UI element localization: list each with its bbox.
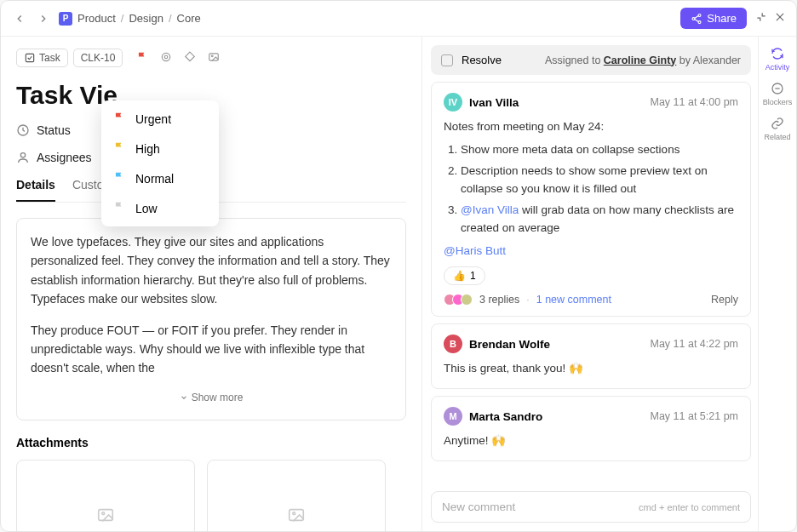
composer-hint: cmd + enter to comment — [639, 502, 740, 512]
sidebar-blockers[interactable]: Blockers — [763, 82, 793, 106]
mention[interactable]: @Ivan Villa — [461, 203, 519, 216]
mention[interactable]: @Haris Butt — [444, 243, 738, 260]
comment-author: Marta Sandro — [469, 410, 542, 423]
share-button[interactable]: Share — [680, 8, 747, 29]
svg-line-3 — [695, 15, 699, 18]
avatar: B — [444, 335, 462, 353]
svg-point-13 — [20, 153, 25, 157]
breadcrumb: P Product / Design / Core — [59, 12, 201, 26]
close-icon[interactable] — [774, 11, 786, 26]
tab-custom[interactable]: Custo — [72, 178, 104, 202]
reply-avatars — [444, 294, 473, 306]
avatar: IV — [444, 93, 462, 112]
resolve-bar: Resolve Assigned to Caroline Ginty by Al… — [431, 45, 751, 75]
nav-forward[interactable] — [35, 10, 52, 27]
priority-high[interactable]: High — [101, 134, 219, 163]
flag-icon — [113, 171, 125, 186]
priority-urgent[interactable]: Urgent — [101, 104, 219, 134]
image-icon[interactable] — [208, 51, 220, 66]
svg-point-17 — [293, 512, 295, 515]
svg-rect-7 — [26, 54, 33, 61]
attachment-placeholder[interactable] — [16, 460, 195, 531]
breadcrumb-space-icon: P — [59, 12, 72, 26]
breadcrumb-core[interactable]: Core — [177, 12, 201, 25]
priority-dropdown: Urgent High Normal Low — [101, 100, 219, 226]
svg-point-15 — [102, 512, 105, 515]
tab-details[interactable]: Details — [16, 178, 55, 202]
task-id-pill[interactable]: CLK-10 — [73, 49, 123, 67]
comment-author: Ivan Villa — [469, 96, 519, 109]
flag-icon — [113, 112, 125, 126]
attachment-placeholder[interactable] — [207, 460, 386, 531]
comment-time: May 11 at 4:00 pm — [650, 96, 738, 108]
comment: IV Ivan Villa May 11 at 4:00 pm Notes fr… — [431, 82, 751, 317]
nav-back[interactable] — [11, 10, 28, 27]
assigned-text: Assigned to Caroline Ginty by Alexander — [545, 54, 741, 66]
sidebar-activity[interactable]: Activity — [765, 47, 790, 72]
sprint-icon[interactable] — [160, 51, 172, 66]
comment: M Marta Sandro May 11 at 5:21 pm Anytime… — [431, 396, 751, 461]
reaction-button[interactable]: 👍 1 — [444, 266, 485, 285]
avatar: M — [444, 407, 462, 426]
tag-icon[interactable] — [184, 51, 196, 66]
flag-icon — [113, 141, 125, 156]
priority-low[interactable]: Low — [101, 193, 219, 223]
sidebar-related[interactable]: Related — [764, 117, 790, 141]
resolve-checkbox[interactable] — [441, 54, 453, 66]
priority-flag-icon[interactable] — [136, 51, 148, 66]
breadcrumb-design[interactable]: Design — [129, 12, 163, 25]
priority-normal[interactable]: Normal — [101, 163, 219, 193]
comment: B Brendan Wolfe May 11 at 4:22 pm This i… — [431, 323, 751, 389]
flag-icon — [113, 201, 125, 215]
new-replies[interactable]: 1 new comment — [536, 294, 611, 306]
description-box[interactable]: We love typefaces. They give our sites a… — [16, 218, 406, 420]
breadcrumb-product[interactable]: Product — [77, 12, 116, 25]
svg-point-9 — [165, 55, 169, 59]
svg-point-8 — [163, 53, 170, 60]
reply-button[interactable]: Reply — [711, 294, 738, 306]
new-comment-input[interactable]: New comment cmd + enter to comment — [431, 491, 751, 523]
replies-count[interactable]: 3 replies — [479, 294, 519, 306]
comment-time: May 11 at 4:22 pm — [650, 338, 738, 350]
resolve-label: Resolve — [462, 54, 502, 66]
svg-point-11 — [212, 54, 214, 56]
show-more-button[interactable]: Show more — [31, 390, 392, 406]
comment-author: Brendan Wolfe — [469, 338, 550, 351]
comment-time: May 11 at 5:21 pm — [650, 410, 738, 422]
attachments-heading: Attachments — [16, 436, 406, 449]
collapse-icon[interactable] — [755, 11, 767, 26]
svg-line-4 — [695, 19, 699, 21]
task-type-pill[interactable]: Task — [16, 49, 68, 67]
